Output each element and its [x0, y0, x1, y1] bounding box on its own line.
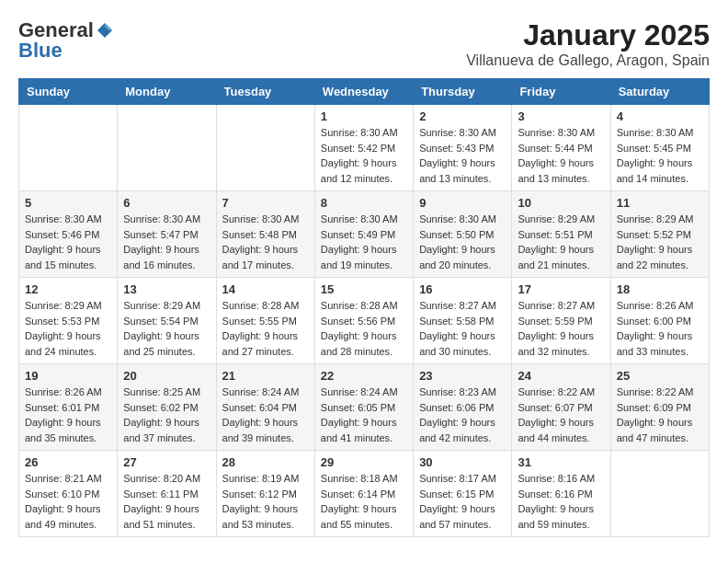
day-info: Sunrise: 8:30 AMSunset: 5:49 PMDaylight:…: [321, 212, 407, 272]
day-info: Sunrise: 8:23 AMSunset: 6:06 PMDaylight:…: [419, 385, 506, 445]
day-info: Sunrise: 8:20 AMSunset: 6:11 PMDaylight:…: [123, 471, 210, 532]
day-number: 27: [123, 455, 210, 469]
day-number: 15: [321, 282, 407, 296]
calendar-cell: 30Sunrise: 8:17 AMSunset: 6:15 PMDayligh…: [414, 451, 512, 537]
day-number: 31: [518, 455, 604, 469]
day-info: Sunrise: 8:30 AMSunset: 5:42 PMDaylight:…: [321, 125, 407, 186]
day-number: 4: [617, 109, 703, 123]
day-info: Sunrise: 8:30 AMSunset: 5:47 PMDaylight:…: [123, 212, 210, 272]
day-number: 14: [222, 282, 309, 296]
page-header: General Blue January 2025 Villanueva de …: [18, 18, 710, 69]
day-number: 10: [518, 196, 604, 210]
calendar-cell: 26Sunrise: 8:21 AMSunset: 6:10 PMDayligh…: [19, 451, 118, 537]
day-number: 17: [518, 282, 604, 296]
calendar-cell: 15Sunrise: 8:28 AMSunset: 5:56 PMDayligh…: [314, 278, 413, 364]
day-number: 16: [419, 282, 506, 296]
calendar-week-5: 26Sunrise: 8:21 AMSunset: 6:10 PMDayligh…: [19, 451, 710, 537]
day-info: Sunrise: 8:19 AMSunset: 6:12 PMDaylight:…: [222, 471, 309, 532]
day-header-friday: Friday: [512, 79, 610, 105]
calendar-cell: 1Sunrise: 8:30 AMSunset: 5:42 PMDaylight…: [314, 105, 413, 191]
calendar-cell: [216, 105, 314, 191]
day-info: Sunrise: 8:29 AMSunset: 5:54 PMDaylight:…: [123, 298, 210, 359]
calendar-cell: 10Sunrise: 8:29 AMSunset: 5:51 PMDayligh…: [512, 191, 610, 278]
calendar-cell: 18Sunrise: 8:26 AMSunset: 6:00 PMDayligh…: [610, 278, 709, 364]
calendar-cell: 9Sunrise: 8:30 AMSunset: 5:50 PMDaylight…: [414, 191, 512, 278]
calendar-cell: 4Sunrise: 8:30 AMSunset: 5:45 PMDaylight…: [610, 105, 709, 191]
calendar-cell: 24Sunrise: 8:22 AMSunset: 6:07 PMDayligh…: [512, 364, 610, 451]
calendar-week-2: 5Sunrise: 8:30 AMSunset: 5:46 PMDaylight…: [19, 191, 710, 278]
day-number: 2: [419, 109, 506, 123]
day-info: Sunrise: 8:25 AMSunset: 6:02 PMDaylight:…: [123, 385, 210, 445]
day-number: 12: [25, 282, 111, 296]
calendar-week-3: 12Sunrise: 8:29 AMSunset: 5:53 PMDayligh…: [19, 278, 710, 364]
calendar-week-4: 19Sunrise: 8:26 AMSunset: 6:01 PMDayligh…: [19, 364, 710, 451]
calendar-cell: 17Sunrise: 8:27 AMSunset: 5:59 PMDayligh…: [512, 278, 610, 364]
day-number: 19: [25, 369, 111, 383]
calendar-cell: 19Sunrise: 8:26 AMSunset: 6:01 PMDayligh…: [19, 364, 118, 451]
logo: General Blue: [18, 18, 114, 63]
day-header-monday: Monday: [118, 79, 216, 105]
day-number: 18: [617, 282, 703, 296]
day-info: Sunrise: 8:28 AMSunset: 5:55 PMDaylight:…: [222, 298, 309, 359]
calendar-cell: 20Sunrise: 8:25 AMSunset: 6:02 PMDayligh…: [118, 364, 216, 451]
day-info: Sunrise: 8:21 AMSunset: 6:10 PMDaylight:…: [25, 471, 111, 532]
day-number: 23: [419, 369, 506, 383]
calendar-cell: [118, 105, 216, 191]
day-number: 21: [222, 369, 309, 383]
day-number: 26: [25, 455, 111, 469]
day-info: Sunrise: 8:27 AMSunset: 5:59 PMDaylight:…: [518, 298, 604, 359]
day-number: 20: [123, 369, 210, 383]
day-number: 3: [518, 109, 604, 123]
calendar-cell: 25Sunrise: 8:22 AMSunset: 6:09 PMDayligh…: [610, 364, 709, 451]
day-number: 25: [617, 369, 703, 383]
day-info: Sunrise: 8:29 AMSunset: 5:51 PMDaylight:…: [518, 212, 604, 272]
day-info: Sunrise: 8:30 AMSunset: 5:50 PMDaylight:…: [419, 212, 506, 272]
calendar-cell: 21Sunrise: 8:24 AMSunset: 6:04 PMDayligh…: [216, 364, 314, 451]
day-number: 8: [321, 196, 407, 210]
calendar-cell: 31Sunrise: 8:16 AMSunset: 6:16 PMDayligh…: [512, 451, 610, 537]
calendar-cell: 6Sunrise: 8:30 AMSunset: 5:47 PMDaylight…: [118, 191, 216, 278]
day-info: Sunrise: 8:22 AMSunset: 6:07 PMDaylight:…: [518, 385, 604, 445]
calendar-cell: 22Sunrise: 8:24 AMSunset: 6:05 PMDayligh…: [314, 364, 413, 451]
day-info: Sunrise: 8:24 AMSunset: 6:05 PMDaylight:…: [321, 385, 407, 445]
day-number: 9: [419, 196, 506, 210]
day-number: 29: [321, 455, 407, 469]
title-block: January 2025 Villanueva de Gallego, Arag…: [466, 18, 710, 69]
day-header-wednesday: Wednesday: [314, 79, 413, 105]
day-number: 13: [123, 282, 210, 296]
day-number: 22: [321, 369, 407, 383]
day-info: Sunrise: 8:27 AMSunset: 5:58 PMDaylight:…: [419, 298, 506, 359]
calendar-cell: 12Sunrise: 8:29 AMSunset: 5:53 PMDayligh…: [19, 278, 118, 364]
calendar-cell: 16Sunrise: 8:27 AMSunset: 5:58 PMDayligh…: [414, 278, 512, 364]
calendar-cell: 29Sunrise: 8:18 AMSunset: 6:14 PMDayligh…: [314, 451, 413, 537]
calendar-cell: [610, 451, 709, 537]
day-info: Sunrise: 8:30 AMSunset: 5:45 PMDaylight:…: [617, 125, 703, 186]
calendar-cell: 2Sunrise: 8:30 AMSunset: 5:43 PMDaylight…: [414, 105, 512, 191]
day-info: Sunrise: 8:28 AMSunset: 5:56 PMDaylight:…: [321, 298, 407, 359]
page-subtitle: Villanueva de Gallego, Aragon, Spain: [466, 52, 710, 69]
calendar-cell: 27Sunrise: 8:20 AMSunset: 6:11 PMDayligh…: [118, 451, 216, 537]
calendar-cell: 23Sunrise: 8:23 AMSunset: 6:06 PMDayligh…: [414, 364, 512, 451]
calendar-cell: [19, 105, 118, 191]
calendar-cell: 28Sunrise: 8:19 AMSunset: 6:12 PMDayligh…: [216, 451, 314, 537]
calendar-cell: 3Sunrise: 8:30 AMSunset: 5:44 PMDaylight…: [512, 105, 610, 191]
calendar-header-row: SundayMondayTuesdayWednesdayThursdayFrid…: [19, 79, 710, 105]
day-info: Sunrise: 8:26 AMSunset: 6:00 PMDaylight:…: [617, 298, 703, 359]
page-title: January 2025: [466, 18, 710, 52]
day-number: 30: [419, 455, 506, 469]
day-number: 5: [25, 196, 111, 210]
day-number: 28: [222, 455, 309, 469]
logo-blue: Blue: [18, 39, 63, 63]
day-info: Sunrise: 8:17 AMSunset: 6:15 PMDaylight:…: [419, 471, 506, 532]
calendar-table: SundayMondayTuesdayWednesdayThursdayFrid…: [18, 78, 710, 537]
calendar-cell: 11Sunrise: 8:29 AMSunset: 5:52 PMDayligh…: [610, 191, 709, 278]
calendar-week-1: 1Sunrise: 8:30 AMSunset: 5:42 PMDaylight…: [19, 105, 710, 191]
day-number: 6: [123, 196, 210, 210]
day-info: Sunrise: 8:26 AMSunset: 6:01 PMDaylight:…: [25, 385, 111, 445]
calendar-cell: 8Sunrise: 8:30 AMSunset: 5:49 PMDaylight…: [314, 191, 413, 278]
day-info: Sunrise: 8:30 AMSunset: 5:46 PMDaylight:…: [25, 212, 111, 272]
calendar-cell: 14Sunrise: 8:28 AMSunset: 5:55 PMDayligh…: [216, 278, 314, 364]
day-info: Sunrise: 8:30 AMSunset: 5:43 PMDaylight:…: [419, 125, 506, 186]
day-header-tuesday: Tuesday: [216, 79, 314, 105]
day-info: Sunrise: 8:24 AMSunset: 6:04 PMDaylight:…: [222, 385, 309, 445]
